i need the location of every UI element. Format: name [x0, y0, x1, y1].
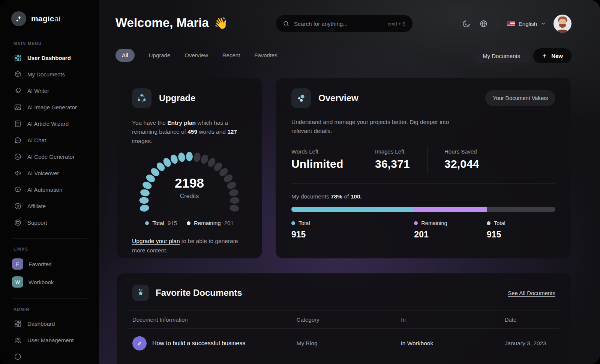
teal-dot-icon: [145, 221, 149, 225]
sidebar-item-support[interactable]: Support: [9, 214, 90, 231]
table-header-row: Document Information Category In Date: [129, 310, 559, 329]
tab-favorites[interactable]: Favorites: [254, 52, 278, 58]
globe-icon[interactable]: [479, 19, 489, 28]
sidebar-item-ai-writer[interactable]: AI Writer: [9, 82, 90, 99]
us-flag-icon: [507, 21, 515, 26]
document-date: January 3, 2023: [505, 340, 555, 347]
sparkles-logo-icon: [11, 11, 26, 26]
white-dot-icon: [187, 221, 190, 225]
sidebar-item-ai-article-wizard[interactable]: AI Article Wizard: [9, 115, 90, 132]
gauge-legend: Total 915 Remaining 201: [132, 220, 247, 226]
credits-value: 2198: [132, 176, 247, 191]
favorite-documents-card: Favorite Documents See All Documents Doc…: [117, 273, 571, 364]
page-title: Welcome, Maria 👋: [116, 16, 228, 30]
waving-hand-emoji: 👋: [214, 16, 228, 30]
credits-gauge: 2198 Credits: [132, 151, 247, 214]
purple-dot-icon: [414, 221, 418, 225]
sidebar: magicai MAIN MENU User Dashboard My Docu…: [0, 0, 99, 364]
stat-hours-saved: Hours Saved 32,044: [428, 147, 479, 174]
new-button[interactable]: New: [533, 48, 572, 63]
workbook-letter-badge: W: [12, 276, 23, 288]
app-window: magicai MAIN MENU User Dashboard My Docu…: [0, 0, 600, 364]
circle-icon: [14, 352, 22, 361]
stats-row: Words Left Unlimited Images Left 36,371 …: [291, 147, 555, 174]
avatar[interactable]: [554, 15, 572, 33]
sidebar-item-ai-automation[interactable]: AI Automation: [9, 181, 90, 198]
sidebar-item-ai-voiceover[interactable]: AI Voiceover: [9, 165, 90, 181]
legend-total-teal: Total 915: [291, 220, 310, 240]
tab-overview[interactable]: Overview: [184, 52, 208, 58]
tab-recent[interactable]: Recent: [222, 52, 240, 58]
sidebar-item-partial[interactable]: [9, 348, 90, 364]
gauge-legend-total: Total 915: [145, 220, 177, 226]
plan-summary: You have the Entry plan which has a rema…: [132, 118, 247, 146]
search-bar[interactable]: cmd + E: [276, 15, 412, 32]
chevron-down-icon: [541, 21, 546, 26]
image-icon: [14, 103, 22, 111]
code-terminal-icon: [14, 152, 22, 161]
sidebar-divider: [12, 238, 87, 239]
gear-play-icon: [14, 185, 22, 194]
overlapping-pages-icon: [14, 87, 22, 95]
brand-name: magicai: [31, 14, 60, 23]
pen-icon: [132, 336, 147, 351]
upgrade-title: Upgrade: [159, 93, 195, 103]
document-location: in Workbook: [401, 340, 504, 347]
dollar-circle-icon: $: [14, 202, 22, 210]
document-title: How to build a successful business: [152, 340, 245, 347]
stat-images-left: Images Left 36,371: [358, 147, 428, 174]
sidebar-item-affiliate[interactable]: $ Affiliate: [9, 198, 90, 214]
admin-label: ADMIN: [14, 307, 90, 312]
upgrade-plan-link[interactable]: Upgrade your plan: [132, 238, 180, 244]
documents-progress-bar: [291, 207, 555, 212]
search-input[interactable]: [294, 21, 383, 27]
sidebar-item-workbook[interactable]: W Workbook: [9, 273, 90, 291]
overview-divider: [291, 183, 555, 183]
upgrade-card: Upgrade You have the Entry plan which ha…: [117, 78, 262, 258]
brand-logo[interactable]: magicai: [9, 11, 90, 26]
filter-tabs: All Upgrade Overview Recent Favorites: [116, 49, 278, 62]
main-menu-label: MAIN MENU: [14, 41, 90, 46]
svg-text:$: $: [16, 204, 18, 208]
plus-icon: [542, 53, 547, 58]
lifebuoy-icon: [14, 218, 22, 227]
sidebar-divider: [12, 298, 87, 299]
dashboard-grid-icon: [14, 54, 22, 62]
progress-segment-remaining: [414, 207, 487, 212]
favorites-letter-badge: F: [12, 258, 23, 270]
sidebar-item-user-dashboard[interactable]: User Dashboard: [9, 49, 90, 66]
teal-dot-icon: [291, 221, 295, 225]
favorites-title: Favorite Documents: [156, 288, 242, 298]
progress-legend: Total 915 Remaining 201 Total 915: [291, 220, 555, 245]
credits-unit: Credits: [132, 193, 247, 200]
progress-segment-total: [291, 207, 414, 212]
stat-words-left: Words Left Unlimited: [291, 147, 358, 174]
table-row[interactable]: How to build a successful business My Bl…: [129, 329, 559, 358]
sidebar-item-my-documents[interactable]: My Documents: [9, 66, 90, 82]
my-documents-progress-label: My documents 78% of 100.: [291, 193, 555, 200]
see-all-documents-link[interactable]: See All Documents: [508, 290, 555, 296]
tab-all[interactable]: All: [116, 49, 135, 62]
header-actions: English: [462, 15, 572, 33]
dark-mode-moon-icon[interactable]: [462, 19, 471, 28]
speaker-icon: [14, 169, 22, 177]
sidebar-item-favorites[interactable]: F Favorites: [9, 255, 90, 273]
language-selector[interactable]: English: [507, 21, 546, 27]
sidebar-item-user-management[interactable]: User Management: [9, 332, 90, 348]
gray-dot-icon: [487, 221, 490, 225]
document-values-button[interactable]: Your Document Values: [485, 90, 555, 106]
sidebar-item-ai-code-generator[interactable]: AI Code Generator: [9, 148, 90, 165]
top-actions: My Documents New: [472, 48, 572, 63]
main-area: Welcome, Maria 👋 cmd + E English All Up: [99, 0, 600, 364]
chat-bubble-icon: [14, 136, 22, 144]
tab-upgrade[interactable]: Upgrade: [149, 52, 171, 58]
documents-table: Document Information Category In Date Ho…: [129, 310, 559, 358]
sidebar-item-ai-chat[interactable]: AI Chat: [9, 132, 90, 148]
overview-title: Overview: [318, 93, 358, 103]
document-category: My Blog: [297, 340, 401, 347]
dashboard-grid-icon: [14, 319, 22, 328]
users-icon: [14, 336, 22, 344]
my-documents-button[interactable]: My Documents: [472, 48, 530, 63]
sidebar-item-admin-dashboard[interactable]: Dashboard: [9, 315, 90, 332]
sidebar-item-ai-image-generator[interactable]: AI Image Generator: [9, 99, 90, 115]
